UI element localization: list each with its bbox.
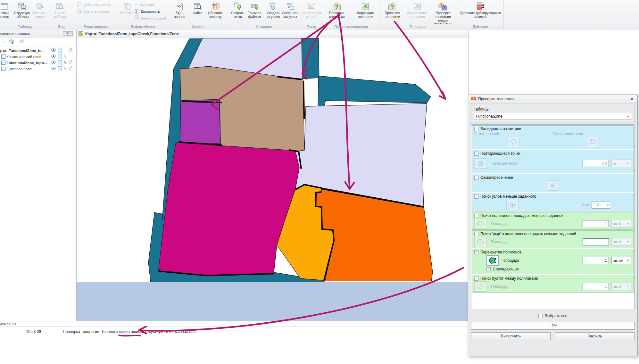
find-icon — [194, 2, 202, 11]
find-selection-button[interactable]: Найти выборку — [51, 1, 69, 19]
select-all-row: Выбрать все — [471, 314, 635, 318]
layer-row-cosmetic[interactable]: Косметический слой ✎ — [0, 54, 74, 60]
selectable-box-icon[interactable] — [58, 54, 62, 59]
create-from-nodes-button[interactable]: Создать из узлов — [265, 1, 282, 19]
angle-spinner[interactable]: 1.0° ▲▼ — [592, 202, 610, 209]
points-by-files-button[interactable]: Точки по файлам — [246, 1, 263, 19]
small-polygons-unit-select[interactable]: кв. м ▼ — [611, 220, 631, 228]
coincident-checkbox[interactable] — [486, 267, 491, 271]
geometry-validity-checkbox[interactable] — [474, 127, 478, 131]
update-column-icon — [212, 2, 220, 11]
voids-checkbox[interactable] — [474, 277, 478, 281]
copy-item[interactable]: Копировать — [135, 9, 167, 14]
sql-query-button[interactable]: SQL SQL-запрос — [171, 1, 189, 19]
paste-button[interactable]: Вставить — [120, 1, 135, 15]
topology-check-button[interactable]: ? Проверка топологии — [380, 1, 404, 19]
map-canvas[interactable] — [77, 38, 469, 282]
ribbon-toolbar: Новый список Структура таблицы Обновить … — [0, 0, 639, 29]
update-column-button[interactable]: Обновить колонку — [207, 1, 225, 19]
spinner-arrows-icon[interactable]: ▲▼ — [607, 203, 609, 207]
table-select[interactable]: FunctionalZone ▼ — [474, 113, 632, 120]
panel-restore-icon[interactable]: ❐ — [63, 31, 68, 36]
add-layer-icon[interactable] — [8, 38, 15, 46]
overlap-unit-select[interactable]: кв. см ▼ — [611, 257, 631, 264]
holes-checkbox[interactable] — [474, 232, 478, 236]
cut-item[interactable]: ✂ Вырезать — [135, 2, 167, 7]
edit-pencil-icon[interactable]: ✎ — [63, 54, 68, 59]
topology-correction-button[interactable]: Коррекция топологии — [353, 1, 378, 19]
save-as-nodes-button[interactable]: Сохранить как узлы — [282, 1, 299, 19]
layer-row-functionalzone[interactable]: FunctionalZone ✎ — [0, 66, 74, 72]
self-intersection-checkbox[interactable] — [474, 176, 478, 180]
map-zone-magenta[interactable] — [158, 143, 300, 276]
voids-area-input[interactable] — [583, 283, 609, 290]
new-list-button[interactable]: Новый список — [0, 1, 13, 19]
visibility-eye-icon[interactable] — [51, 48, 56, 53]
edit-pencil-icon[interactable]: ✎ — [63, 61, 68, 65]
tolerance-unit-select[interactable]: м ▼ — [611, 160, 631, 167]
small-angles-checkbox[interactable] — [474, 194, 478, 199]
topology-correction-icon — [361, 2, 370, 11]
small-polygons-area-input[interactable] — [583, 220, 609, 227]
polygon-overlap-checkbox[interactable] — [474, 250, 478, 254]
voids-style-button[interactable] — [474, 281, 486, 292]
selectable-box-icon[interactable] — [58, 60, 62, 65]
visibility-eye-icon[interactable] — [51, 61, 56, 65]
select-all-label: Выбрать все — [545, 314, 568, 318]
polygons-style-button[interactable] — [586, 137, 598, 147]
small-angles-style-button[interactable] — [506, 200, 519, 210]
repeating-points-checkbox[interactable] — [474, 152, 478, 156]
find-button[interactable]: Найти — [189, 1, 207, 15]
move-layer-up-icon[interactable]: ↑ — [3, 39, 5, 45]
layer-panel-header: Управление слоями ❐ ✕ — [0, 30, 74, 37]
progress-text: .. 0% — [548, 324, 557, 328]
edit-pencil-icon[interactable]: ✎ — [63, 67, 68, 71]
map-zone-purple[interactable] — [180, 99, 220, 145]
label-tag-icon[interactable] — [68, 60, 72, 65]
table-structure-icon — [18, 2, 26, 11]
holes-unit-select[interactable]: кв. м ▼ — [611, 238, 631, 246]
visibility-eye-icon[interactable] — [51, 67, 56, 71]
delete-record-item[interactable]: Удалить запись — [77, 9, 111, 14]
selectable-box-icon[interactable] — [58, 48, 62, 53]
visibility-eye-icon[interactable] — [51, 54, 56, 59]
repeating-points-style-button[interactable] — [474, 158, 486, 169]
topology-fix-button[interactable]: Исправление топологии — [405, 1, 429, 19]
small-polygons-style-button[interactable] — [474, 219, 486, 229]
replace-attrs-item[interactable]: A Заменить атрибуты — [135, 15, 167, 21]
refresh-list-button[interactable]: Обновить список — [31, 1, 49, 19]
raster-registration-button[interactable]: Регистрация растра — [301, 1, 321, 19]
dialog-close-icon[interactable]: ✕ — [629, 97, 635, 102]
section-small-angles: Поиск углов меньше заданного Угол 1.0° ▲… — [472, 193, 634, 211]
overlap-area-input[interactable] — [583, 257, 609, 264]
remove-duplicates-button[interactable]: Удаление дублирующихся записей — [458, 1, 502, 19]
layer-row-functionalzone-topo[interactable]: FunctionalZone_topo... ✎ — [0, 60, 74, 66]
tolerance-input[interactable] — [583, 160, 609, 167]
overlap-style-button[interactable] — [486, 255, 499, 266]
select-all-checkbox[interactable] — [538, 314, 543, 318]
voids-unit-select: кв. м ▼ — [611, 283, 631, 290]
label-tag-icon[interactable] — [68, 66, 72, 71]
dialog-titlebar[interactable]: Проверка топологии ✕ — [468, 95, 637, 103]
ribbon-group-view: Найти выборку Вид — [50, 0, 73, 29]
remove-layer-icon[interactable] — [18, 38, 24, 46]
add-record-item[interactable]: Добавить запись — [77, 2, 111, 7]
label-tag-icon[interactable] — [68, 48, 72, 53]
run-button[interactable]: Выполнить — [471, 332, 551, 340]
table-structure-button[interactable]: Структура таблицы — [13, 1, 31, 19]
small-polygons-checkbox[interactable] — [474, 214, 478, 218]
self-intersection-style-button[interactable] — [547, 180, 559, 191]
tables-label: Таблицы — [474, 107, 632, 112]
holes-area-input[interactable] — [583, 238, 609, 245]
topology-check-polygons-button[interactable]: ? Проверка топологии — [324, 1, 350, 19]
map-window-titlebar[interactable]: Карта: FunctionalZone_topoCheck,Function… — [77, 30, 469, 38]
map-zone-border-band[interactable] — [318, 76, 431, 108]
lines-style-button[interactable] — [508, 137, 520, 147]
selectable-box-icon[interactable] — [58, 66, 62, 71]
create-points-button[interactable]: Создать точки — [229, 1, 246, 19]
topology-check-between-tables-button[interactable]: ?? Проверка топологии между таблицами — [430, 1, 456, 24]
holes-style-button[interactable] — [474, 237, 486, 247]
layer-row-map[interactable]: Карта: FunctionalZone_to... — [0, 47, 74, 54]
close-button[interactable]: Закрыть — [555, 332, 635, 340]
panel-close-icon[interactable]: ✕ — [68, 31, 73, 36]
